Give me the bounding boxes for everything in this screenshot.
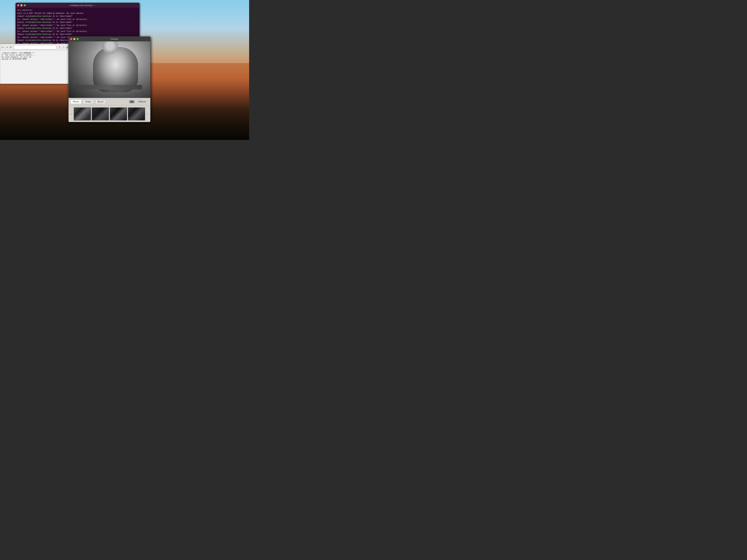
cheese-effects-label[interactable]: Effects <box>138 101 146 103</box>
thumbnails-container <box>74 107 145 121</box>
browser-address-bar[interactable] <box>13 45 57 49</box>
cheese-window: Cheese Photo Video Burst ‹ Effects › ‹ <box>69 36 151 122</box>
browser-window: ← → ↻ ⤴ ☆ ▤ 👤 ⋮ (cheese:11027): Gtk-WARN… <box>0 44 78 84</box>
terminal-line: (base) nvidia@nvidia-desktop:~$ ls /dev/… <box>17 21 138 24</box>
thumbnail-2[interactable] <box>92 107 109 121</box>
terminal-line: (base) nvidia@nvidia-desktop:~$ ls /dev/… <box>17 27 138 30</box>
browser-forward-btn[interactable]: → <box>5 46 8 49</box>
terminal-line: ls: cannot access '/dev/video*': No such… <box>17 24 138 27</box>
cheese-tab-photo[interactable]: Photo <box>70 100 81 104</box>
terminal-maximize-btn[interactable] <box>24 4 26 6</box>
terminal-line: Src:v4l2src3: <box>17 9 138 12</box>
cheese-minimize-btn[interactable] <box>73 38 76 40</box>
browser-bookmark-icon[interactable]: ☆ <box>62 46 65 49</box>
cheese-close-btn[interactable] <box>70 38 72 40</box>
terminal-title: nvidia@nvidia-desktop: ~ <box>27 4 138 6</box>
terminal-line: Call to S_FMT failed for BGR3 @ 640x512:… <box>17 12 138 15</box>
browser-toolbar: ← → ↻ ⤴ ☆ ▤ 👤 ⋮ <box>0 44 78 51</box>
thumbnail-4[interactable] <box>128 107 145 121</box>
browser-back-btn[interactable]: ← <box>1 46 4 49</box>
cheese-bottom-bar: Photo Video Burst ‹ Effects › <box>69 98 150 105</box>
cheese-titlebar: Cheese <box>69 37 150 42</box>
terminal-line: (base) nvidia@nvidia-desktop:~$ ls /dev/… <box>17 33 138 36</box>
cheese-tab-video[interactable]: Video <box>83 100 94 104</box>
thumbnail-image-4 <box>128 108 145 120</box>
thumbnails-next-btn[interactable]: › <box>146 108 149 119</box>
cheese-title: Cheese <box>80 38 149 40</box>
camera-feed <box>69 42 150 98</box>
browser-terminal-overflow: (cheese:11027): Gtk-WARNING ** 5: The st… <box>2 52 36 60</box>
thumbnail-3[interactable] <box>110 107 127 121</box>
thumbnail-image-1 <box>74 108 91 120</box>
cheese-effects-section: ‹ Effects › <box>136 100 149 103</box>
thumbnail-image-2 <box>92 108 109 120</box>
terminal-minimize-btn[interactable] <box>20 4 23 6</box>
terminal-close-btn[interactable] <box>17 4 19 6</box>
browser-share-icon[interactable]: ⤴ <box>58 46 61 49</box>
cheese-maximize-btn[interactable] <box>77 38 79 40</box>
thumbnail-image-3 <box>110 108 127 120</box>
thumbnail-1[interactable] <box>74 107 91 121</box>
browser-content: (cheese:11027): Gtk-WARNING ** 5: The st… <box>0 51 78 84</box>
cheese-record-btn[interactable] <box>129 100 134 103</box>
terminal-titlebar: nvidia@nvidia-desktop: ~ <box>16 3 139 8</box>
cheese-tab-burst[interactable]: Burst <box>95 100 106 104</box>
effects-chevron-left[interactable]: ‹ <box>137 101 138 103</box>
terminal-line: ls: cannot access '/dev/video*': No such… <box>17 18 138 21</box>
effects-chevron-right[interactable]: › <box>147 101 147 103</box>
cheese-thumbnails-strip: ‹ › <box>69 105 150 122</box>
cheese-camera-view <box>69 42 150 98</box>
terminal-line: (base) nvidia@nvidia-desktop:~$ ls /dev/… <box>17 15 138 18</box>
terminal-line: ls: cannot access '/dev/video*': No such… <box>17 30 138 33</box>
desk-silhouette <box>77 85 142 89</box>
thumbnails-prev-btn[interactable]: ‹ <box>70 108 73 119</box>
cheese-record-icon <box>131 101 133 103</box>
browser-refresh-btn[interactable]: ↻ <box>9 46 12 49</box>
